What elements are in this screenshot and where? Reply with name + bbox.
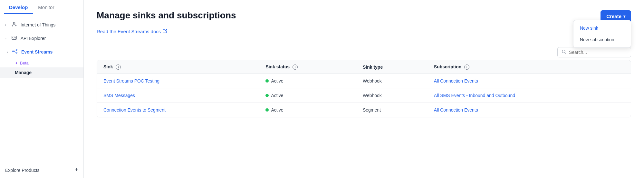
sink-type-2: Segment	[356, 103, 428, 117]
col-sink-label: Sink	[103, 64, 113, 69]
external-link-icon	[163, 29, 167, 34]
sink-type-1: Webhook	[356, 88, 428, 103]
create-dropdown-menu: New sink New subscription	[573, 20, 631, 48]
svg-point-5	[16, 49, 17, 51]
iot-chevron-icon: ›	[5, 23, 6, 27]
col-sink-type-label: Sink type	[363, 64, 383, 70]
explore-products-label: Explore Products	[5, 168, 40, 173]
status-text-2: Active	[271, 107, 283, 113]
sidebar-item-event-streams[interactable]: ˅ Event Streams	[0, 45, 83, 59]
svg-point-6	[16, 52, 17, 54]
subscription-1[interactable]: All SMS Events - Inbound and Outbound	[434, 93, 515, 98]
docs-link[interactable]: Read the Event Streams docs	[97, 29, 167, 34]
table-row: SMS Messages Active Webhook All SMS Even…	[97, 88, 631, 103]
search-input[interactable]	[569, 50, 627, 55]
sidebar-item-internet-of-things[interactable]: › Internet of Things	[0, 18, 83, 32]
sidebar-item-manage[interactable]: Manage	[0, 67, 83, 78]
subscription-info-icon[interactable]: i	[464, 64, 469, 70]
beta-item[interactable]: ✦ Beta	[15, 59, 83, 67]
status-text-0: Active	[271, 78, 283, 84]
api-chevron-icon: ›	[5, 36, 6, 40]
beta-star-icon: ✦	[15, 61, 18, 65]
table-body: Event Streams POC Testing Active Webhook…	[97, 74, 631, 117]
col-subscription-label: Subscription	[434, 64, 462, 69]
create-chevron-icon: ▾	[623, 14, 625, 19]
sidebar-tab-bar: Develop Monitor	[0, 0, 83, 14]
col-sink-type: Sink type	[356, 60, 428, 74]
sidebar-footer: Explore Products +	[0, 162, 83, 178]
col-subscription: Subscription i	[428, 60, 631, 74]
create-button-label: Create	[606, 14, 621, 19]
iot-icon	[11, 21, 17, 28]
main-content: Manage sinks and subscriptions Create ▾ …	[84, 0, 644, 178]
table-toolbar	[97, 47, 631, 57]
page-title: Manage sinks and subscriptions	[97, 10, 236, 21]
table-row: Event Streams POC Testing Active Webhook…	[97, 74, 631, 88]
sink-type-0: Webhook	[356, 74, 428, 88]
dropdown-item-new-sink[interactable]: New sink	[573, 22, 631, 34]
search-icon	[562, 49, 566, 55]
sink-status-info-icon[interactable]: i	[293, 64, 298, 70]
event-streams-chevron-icon: ˅	[4, 51, 8, 53]
dropdown-item-new-subscription[interactable]: New subscription	[573, 34, 631, 45]
sinks-table-element: Sink i Sink status i Sink type Subscript…	[97, 60, 631, 117]
table-header: Sink i Sink status i Sink type Subscript…	[97, 60, 631, 74]
status-badge-0: Active	[265, 78, 350, 84]
event-streams-sub: ✦ Beta	[0, 59, 83, 67]
col-sink-status-label: Sink status	[265, 64, 290, 69]
sink-name-2[interactable]: Connection Events to Segment	[103, 107, 166, 113]
table-row: Connection Events to Segment Active Segm…	[97, 103, 631, 117]
sidebar: Develop Monitor › Internet of Things ›	[0, 0, 84, 178]
api-icon	[11, 35, 17, 42]
status-dot-1	[265, 94, 269, 97]
sink-info-icon[interactable]: i	[116, 64, 121, 70]
sinks-table: Sink i Sink status i Sink type Subscript…	[97, 60, 631, 117]
subscription-0[interactable]: All Connection Events	[434, 78, 478, 84]
iot-label: Internet of Things	[21, 22, 56, 27]
event-streams-icon	[12, 48, 18, 55]
api-label: API Explorer	[21, 36, 46, 41]
col-sink-status: Sink status i	[259, 60, 356, 74]
subscription-2[interactable]: All Connection Events	[434, 107, 478, 113]
status-dot-2	[265, 108, 269, 112]
sidebar-item-api-explorer[interactable]: › API Explorer	[0, 32, 83, 45]
svg-point-0	[13, 22, 15, 24]
beta-label: Beta	[20, 61, 29, 65]
explore-products-plus-icon[interactable]: +	[75, 167, 78, 173]
sink-name-0[interactable]: Event Streams POC Testing	[103, 78, 159, 84]
sink-name-1[interactable]: SMS Messages	[103, 93, 135, 98]
docs-link-label: Read the Event Streams docs	[97, 29, 161, 34]
main-header: Manage sinks and subscriptions Create ▾	[97, 10, 631, 22]
status-badge-1: Active	[265, 93, 350, 98]
status-badge-2: Active	[265, 107, 350, 113]
status-dot-0	[265, 79, 269, 83]
tab-develop[interactable]: Develop	[4, 0, 33, 14]
event-streams-label: Event Streams	[21, 49, 53, 54]
col-sink: Sink i	[97, 60, 259, 74]
status-text-1: Active	[271, 93, 283, 98]
sidebar-nav: › Internet of Things › API Explorer	[0, 14, 83, 162]
search-box	[557, 47, 631, 57]
tab-monitor[interactable]: Monitor	[33, 0, 59, 14]
